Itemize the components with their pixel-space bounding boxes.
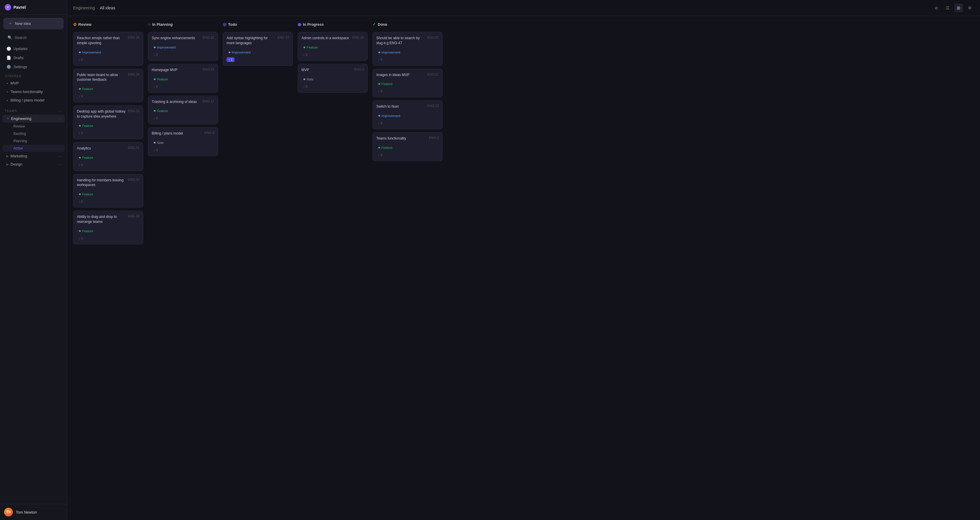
card[interactable]: Switch to Nuxt ENG-13 Improvement ↑ 0 <box>372 100 443 129</box>
card-tag-row: Feature <box>152 107 214 113</box>
column-status-icon: ○ <box>148 22 150 27</box>
tag-label: Improvement <box>382 51 400 54</box>
subitem-label: Backlog <box>13 132 26 136</box>
card-tag: Feature <box>152 108 170 113</box>
vote-button[interactable]: ↑ 0 <box>77 131 85 136</box>
card-tag-row: Feature <box>301 43 364 50</box>
user-name: Tom Newton <box>16 510 37 514</box>
starred-section-label: Starred <box>0 71 67 79</box>
team-design[interactable]: ▶ Design ··· <box>2 160 65 168</box>
card[interactable]: Public team board to allow customer feed… <box>73 69 143 103</box>
card[interactable]: Admin controls in a workspace ENG-29 Fea… <box>298 32 368 61</box>
card-header: Reaction emojis rather than simple upvot… <box>77 36 140 46</box>
card[interactable]: Handling for members leaving workspaces … <box>73 174 143 208</box>
column-progress: ◉ In Progress Admin controls in a worksp… <box>298 21 368 93</box>
card[interactable]: Analytics ENG-31 Feature ↑ 0 <box>73 142 143 171</box>
board-view-button[interactable]: ⊞ <box>954 3 963 12</box>
card-footer: ↑ 0 <box>376 89 439 94</box>
team-engineering[interactable]: ▼ Engineering ··· <box>2 115 65 123</box>
vote-button[interactable]: ↑ 0 <box>376 153 384 157</box>
vote-button[interactable]: ↑ 0 <box>301 84 309 89</box>
tag-dot <box>154 46 156 48</box>
card-tag: Improvement <box>77 50 103 55</box>
teams-section: Teams ··· ▼ Engineering ··· Review Backl… <box>0 105 67 169</box>
search-button[interactable]: 🔍 Search <box>3 33 64 42</box>
vote-button[interactable]: ↑ 0 <box>77 199 85 204</box>
card[interactable]: Trashing & archiving of ideas ENG-17 Fea… <box>148 96 218 124</box>
drafts-label: Drafts <box>13 56 24 60</box>
team-subitem-planning[interactable]: Planning <box>2 137 65 145</box>
vote-button[interactable]: ↑ 0 <box>152 116 160 121</box>
card-title: Ability to drag and drop to rearrange te… <box>77 214 126 224</box>
card[interactable]: Sync engine enhancements ENG-32 Improvem… <box>148 32 218 61</box>
column-status-icon: ◉ <box>298 22 301 27</box>
breadcrumb-team[interactable]: Engineering <box>73 6 95 10</box>
team-subitem-review[interactable]: Review <box>2 123 65 130</box>
tag-label: Improvement <box>382 114 400 118</box>
card[interactable]: Images in ideas MVP ENG-21 Feature ↑ 0 <box>372 69 443 98</box>
more-engineering-icon[interactable]: ··· <box>59 117 62 121</box>
settings-icon: ⚙️ <box>6 65 11 69</box>
board: ⊘ Review Reaction emojis rather than sim… <box>67 16 980 520</box>
vote-button[interactable]: ↑ 0 <box>152 53 160 57</box>
star-icon: ● <box>6 90 8 93</box>
card-title: Sync engine enhancements <box>152 36 200 41</box>
card-tag: Feature <box>376 81 395 86</box>
sidebar-item-updates[interactable]: 🕐 Updates <box>2 45 65 53</box>
card[interactable]: Teams functionality ENG-2 Feature ↑ 0 <box>372 132 443 161</box>
vote-button[interactable]: ↑ 0 <box>77 57 85 62</box>
vote-button[interactable]: ↑ 0 <box>77 236 85 241</box>
card[interactable]: Billing / plans model ENG-3 Note ↑ 0 <box>148 127 218 156</box>
tag-label: Feature <box>157 109 168 113</box>
vote-button[interactable]: ↑ 0 <box>152 84 160 89</box>
tag-label: Feature <box>82 156 93 160</box>
team-marketing[interactable]: ▶ Marketing ··· <box>2 152 65 160</box>
new-idea-button[interactable]: ＋ New idea <box>3 18 64 29</box>
card[interactable]: Reaction emojis rather than simple upvot… <box>73 32 143 66</box>
card-header: Analytics ENG-31 <box>77 146 140 151</box>
app-logo: P <box>5 4 11 11</box>
vote-button[interactable]: ↑ 0 <box>301 53 309 57</box>
tag-dot <box>79 88 81 90</box>
list-view-button[interactable]: ☰ <box>943 3 952 12</box>
sidebar-item-drafts[interactable]: 📄 Drafts <box>2 54 65 62</box>
card[interactable]: Ability to drag and drop to rearrange te… <box>73 211 143 244</box>
settings-button[interactable]: ⚙ <box>966 3 974 12</box>
starred-item-billing[interactable]: ● Billing / plans model <box>2 96 65 104</box>
vote-button[interactable]: ↑ 0 <box>376 121 384 126</box>
avatar: TN <box>4 508 13 517</box>
team-subitem-backlog[interactable]: Backlog <box>2 130 65 137</box>
vote-button[interactable]: ↑ 0 <box>77 94 85 99</box>
starred-item-teams-functionality[interactable]: ● Teams functionality <box>2 88 65 96</box>
card-tag-row: Feature <box>77 190 140 197</box>
card-tag-row: Feature <box>77 85 140 91</box>
card-title: Add syntax highlighting for more languag… <box>227 36 275 46</box>
card-id: ENG-17 <box>203 99 214 103</box>
vote-button[interactable]: ↑ 0 <box>376 57 384 62</box>
team-label: Marketing <box>11 154 27 158</box>
card[interactable]: MVP ENG-1 Note ↑ 0 <box>298 64 368 93</box>
card-tag: Note <box>301 77 315 82</box>
vote-button[interactable]: ↑ 0 <box>376 89 384 94</box>
card[interactable]: Homepage MVP ENG-23 Feature ↑ 0 <box>148 64 218 93</box>
starred-item-mvp[interactable]: ● MVP <box>2 79 65 87</box>
filter-button[interactable]: ⊘ <box>932 3 941 12</box>
vote-button[interactable]: ↑ 0 <box>152 148 160 152</box>
more-marketing-icon[interactable]: ··· <box>59 154 62 158</box>
card[interactable]: Should be able to search by slug e.g ENG… <box>372 32 443 66</box>
card-tag: Feature <box>152 77 170 82</box>
card-tag-row: Feature <box>152 75 214 82</box>
card-id: ENG-28 <box>128 214 140 218</box>
tag-label: Improvement <box>232 51 251 54</box>
card[interactable]: Add syntax highlighting for more languag… <box>223 32 293 66</box>
team-subitem-active[interactable]: Active <box>2 145 65 152</box>
more-teams-icon[interactable]: ··· <box>58 108 62 113</box>
more-design-icon[interactable]: ··· <box>59 162 62 166</box>
tag-dot <box>304 78 305 80</box>
card-title: Should be able to search by slug e.g ENG… <box>376 36 425 46</box>
sidebar-item-settings[interactable]: ⚙️ Settings <box>2 62 65 71</box>
user-profile[interactable]: TN Tom Newton <box>0 504 67 520</box>
card[interactable]: Desktop app with global hotkey to captur… <box>73 105 143 139</box>
topbar-actions: ⊘ ☰ ⊞ ⚙ <box>932 3 974 12</box>
vote-button[interactable]: ↑ 0 <box>77 163 85 167</box>
